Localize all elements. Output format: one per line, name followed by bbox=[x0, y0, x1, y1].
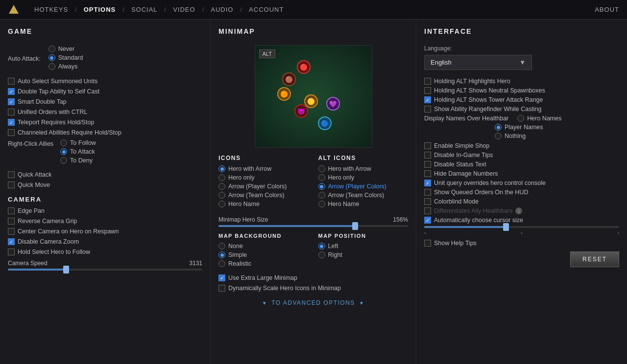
right-click-follow-radio[interactable] bbox=[60, 139, 67, 146]
nav-audio[interactable]: AUDIO bbox=[206, 6, 238, 13]
pos-left-radio[interactable] bbox=[318, 243, 325, 250]
bg-none-row: None bbox=[218, 243, 309, 250]
alt-icons-col: ALT ICONS Hero with Arrow Hero only Arro… bbox=[318, 155, 409, 209]
advanced-options[interactable]: ▼ TO ADVANCED OPTIONS ▼ bbox=[218, 295, 408, 311]
channeled-abilities-cb[interactable] bbox=[8, 129, 15, 136]
extra-large-cb[interactable] bbox=[218, 274, 225, 281]
minimap-panel: MINIMAP ALT 🔴 🟤 🟠 🟡 😈 💜 🔵 ICONS bbox=[211, 20, 416, 364]
right-click-attack-radio[interactable] bbox=[60, 148, 67, 155]
icon-hero-arrow-radio[interactable] bbox=[218, 165, 225, 172]
enable-simple-shop-cb[interactable] bbox=[424, 142, 431, 149]
display-player-names-radio[interactable] bbox=[495, 124, 502, 131]
disable-ingame-tips-cb[interactable] bbox=[424, 152, 431, 159]
bg-realistic-radio[interactable] bbox=[218, 260, 225, 267]
reverse-camera-cb[interactable] bbox=[8, 218, 15, 225]
nav-video[interactable]: VIDEO bbox=[168, 6, 200, 13]
icon-arrow-player-radio[interactable] bbox=[218, 183, 225, 190]
pos-right-label: Right bbox=[328, 251, 342, 258]
icon-hero-name-radio[interactable] bbox=[218, 201, 225, 207]
unit-query-cb[interactable] bbox=[424, 180, 431, 186]
alt-icon-arrow-team-radio[interactable] bbox=[318, 192, 325, 199]
pos-right-radio[interactable] bbox=[318, 251, 325, 258]
hide-damage-cb[interactable] bbox=[424, 170, 431, 177]
alt-neutral-cb[interactable] bbox=[424, 87, 431, 94]
auto-attack-standard-row: Standard bbox=[48, 54, 83, 61]
teleport-requires-cb[interactable] bbox=[8, 119, 15, 126]
hold-select-cb[interactable] bbox=[8, 249, 15, 255]
center-camera-cb[interactable] bbox=[8, 228, 15, 235]
disable-ingame-tips-label: Disable In-Game Tips bbox=[434, 152, 493, 159]
alt-icon-hero-name-row: Hero Name bbox=[318, 201, 409, 207]
interface-panel-title: INTERFACE bbox=[424, 27, 619, 38]
show-queued-cb[interactable] bbox=[424, 189, 431, 196]
hero-dot-1: 🔴 bbox=[297, 60, 311, 74]
display-names-label: Display Names Over Healthbar bbox=[424, 115, 508, 122]
quick-move-cb[interactable] bbox=[8, 182, 15, 188]
icon-hero-arrow-label: Hero with Arrow bbox=[228, 165, 271, 172]
right-click-deny-row: To Deny bbox=[60, 157, 96, 164]
different-colors-cb[interactable] bbox=[424, 207, 431, 214]
nav-about[interactable]: ABOUT bbox=[595, 6, 619, 13]
alt-icon-arrow-player-radio[interactable] bbox=[318, 183, 325, 190]
alt-icon-arrow-player-row: Arrow (Player Colors) bbox=[318, 183, 409, 190]
alt-highlight-cb[interactable] bbox=[424, 78, 431, 85]
top-nav: HOTKEYS / OPTIONS / SOCIAL / VIDEO / AUD… bbox=[0, 0, 627, 20]
cursor-max-label: • bbox=[617, 230, 619, 236]
advanced-options-label: TO ADVANCED OPTIONS bbox=[271, 299, 355, 306]
show-ability-row: Show Ability Rangefinder While Casting bbox=[424, 106, 619, 113]
alt-icon-arrow-team-label: Arrow (Team Colors) bbox=[328, 192, 385, 199]
auto-attack-group: Auto Attack: Never Standard Always bbox=[8, 45, 202, 72]
icon-arrow-team-radio[interactable] bbox=[218, 192, 225, 199]
show-help-tips-cb[interactable] bbox=[424, 240, 431, 247]
show-queued-label: Show Queued Orders On the HUD bbox=[434, 189, 528, 196]
dynamic-scale-cb[interactable] bbox=[218, 285, 225, 292]
auto-cursor-cb[interactable] bbox=[424, 217, 431, 224]
cursor-size-track[interactable] bbox=[424, 226, 619, 228]
language-select[interactable]: English ▼ bbox=[424, 55, 532, 70]
nav-social[interactable]: SOCIAL bbox=[126, 6, 163, 13]
nav-account[interactable]: ACCOUNT bbox=[244, 6, 289, 13]
camera-speed-track[interactable] bbox=[8, 269, 202, 271]
nav-options[interactable]: OPTIONS bbox=[79, 6, 121, 13]
enable-simple-shop-row: Enable Simple Shop bbox=[424, 142, 619, 149]
auto-attack-never-radio[interactable] bbox=[48, 46, 55, 52]
double-tap-cb[interactable] bbox=[8, 88, 15, 95]
quick-move-row: Quick Move bbox=[8, 181, 202, 189]
alt-icon-hero-arrow-radio[interactable] bbox=[318, 165, 325, 172]
alt-tower-cb[interactable] bbox=[424, 96, 431, 103]
bg-none-radio[interactable] bbox=[218, 243, 225, 250]
info-icon[interactable]: i bbox=[515, 207, 522, 214]
bg-simple-radio[interactable] bbox=[218, 251, 225, 258]
auto-select-cb[interactable] bbox=[8, 78, 15, 85]
disable-status-cb[interactable] bbox=[424, 161, 431, 168]
unit-query-label: Unit query overrides hero control consol… bbox=[434, 180, 546, 186]
right-click-deny-radio[interactable] bbox=[60, 157, 67, 164]
alt-icon-hero-only-radio[interactable] bbox=[318, 174, 325, 181]
nav-hotkeys[interactable]: HOTKEYS bbox=[29, 6, 73, 13]
bg-simple-row: Simple bbox=[218, 251, 309, 258]
edge-pan-cb[interactable] bbox=[8, 207, 15, 214]
colorblind-cb[interactable] bbox=[424, 198, 431, 205]
logo-icon[interactable] bbox=[8, 4, 20, 16]
show-ability-cb[interactable] bbox=[424, 106, 431, 113]
unified-orders-cb[interactable] bbox=[8, 109, 15, 115]
auto-attack-always-radio[interactable] bbox=[48, 63, 55, 70]
icon-hero-only-radio[interactable] bbox=[218, 174, 225, 181]
alt-icon-hero-name-radio[interactable] bbox=[318, 201, 325, 207]
interface-panel: INTERFACE Language: English ▼ Holding AL… bbox=[416, 20, 627, 364]
display-nothing-radio[interactable] bbox=[495, 133, 502, 139]
auto-attack-standard-radio[interactable] bbox=[48, 54, 55, 61]
reset-button[interactable]: RESET bbox=[570, 251, 619, 267]
smart-double-tap-cb[interactable] bbox=[8, 98, 15, 105]
alt-neutral-label: Holding ALT Shows Neutral Spawnboxes bbox=[434, 87, 545, 94]
right-click-label: Right-Click Allies bbox=[8, 139, 53, 147]
icon-hero-name-label: Hero Name bbox=[228, 201, 260, 207]
hero-size-track[interactable] bbox=[218, 225, 408, 227]
disable-zoom-cb[interactable] bbox=[8, 238, 15, 245]
quick-attack-cb[interactable] bbox=[8, 171, 15, 178]
icon-arrow-player-label: Arrow (Player Colors) bbox=[228, 183, 287, 190]
display-hero-names-radio[interactable] bbox=[517, 115, 524, 122]
chevron-down-icon: ▼ bbox=[262, 300, 267, 306]
icon-arrow-team-label: Arrow (Team Colors) bbox=[228, 192, 285, 199]
icons-section: ICONS Hero with Arrow Hero only Arrow (P… bbox=[218, 155, 408, 209]
